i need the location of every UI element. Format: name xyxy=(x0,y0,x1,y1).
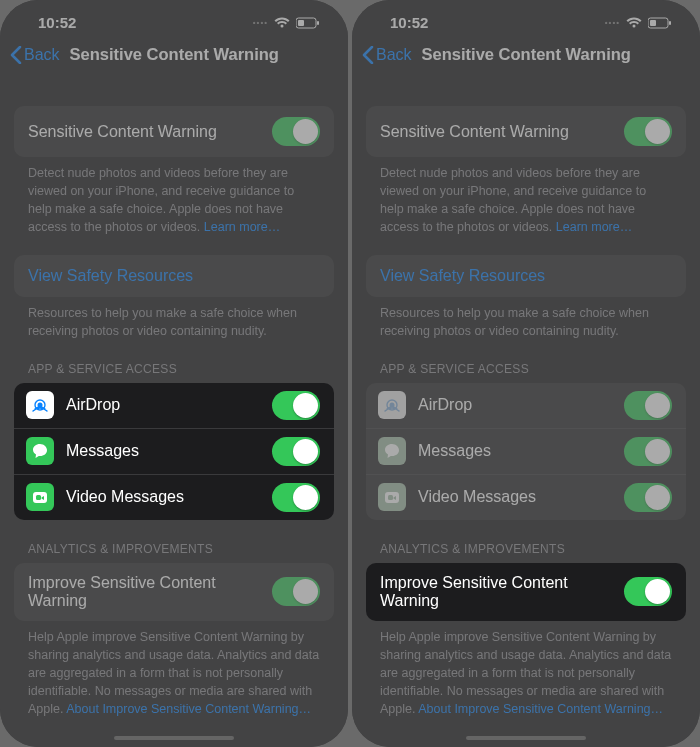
video-messages-toggle[interactable] xyxy=(624,483,672,512)
analytics-footer: Help Apple improve Sensitive Content War… xyxy=(14,621,334,719)
scw-toggle[interactable] xyxy=(272,117,320,146)
messages-label: Messages xyxy=(66,442,260,460)
scw-footer: Detect nude photos and videos before the… xyxy=(366,157,686,237)
analytics-header: ANALYTICS & IMPROVEMENTS xyxy=(14,520,334,563)
view-safety-resources[interactable]: View Safety Resources xyxy=(14,255,334,297)
airdrop-toggle[interactable] xyxy=(272,391,320,420)
row-messages[interactable]: Messages xyxy=(366,428,686,474)
home-indicator xyxy=(114,736,234,740)
back-label: Back xyxy=(24,46,60,64)
messages-label: Messages xyxy=(418,442,612,460)
scw-toggle[interactable] xyxy=(624,117,672,146)
screenshot-left: 10:52 •••• Back Sensitive Content Warnin… xyxy=(0,0,348,747)
scw-toggle-row[interactable]: Sensitive Content Warning xyxy=(366,106,686,157)
status-bar: 10:52 •••• xyxy=(352,0,700,37)
airdrop-icon xyxy=(378,391,406,419)
row-airdrop[interactable]: AirDrop xyxy=(14,383,334,428)
scw-toggle-label: Sensitive Content Warning xyxy=(380,123,569,141)
improve-scw-label: Improve Sensitive Content Warning xyxy=(380,574,624,610)
about-improve-link[interactable]: About Improve Sensitive Content Warning… xyxy=(418,702,663,716)
back-button[interactable]: Back xyxy=(10,46,60,64)
screenshot-right: 10:52 •••• Back Sensitive Content Warnin… xyxy=(352,0,700,747)
scw-toggle-row[interactable]: Sensitive Content Warning xyxy=(14,106,334,157)
svg-rect-1 xyxy=(298,20,304,26)
apps-header: APP & SERVICE ACCESS xyxy=(14,340,334,383)
improve-scw-toggle[interactable] xyxy=(272,577,320,606)
nav-bar: Back Sensitive Content Warning xyxy=(0,37,348,76)
status-time: 10:52 xyxy=(390,14,428,31)
row-video-messages[interactable]: Video Messages xyxy=(366,474,686,520)
video-messages-icon xyxy=(26,483,54,511)
apps-group: AirDrop Messages Video Messages xyxy=(366,383,686,520)
safety-footer: Resources to help you make a safe choice… xyxy=(14,297,334,340)
svg-rect-6 xyxy=(36,495,41,500)
svg-rect-9 xyxy=(669,21,671,25)
about-improve-link[interactable]: About Improve Sensitive Content Warning… xyxy=(66,702,311,716)
messages-toggle[interactable] xyxy=(272,437,320,466)
safety-footer: Resources to help you make a safe choice… xyxy=(366,297,686,340)
analytics-footer: Help Apple improve Sensitive Content War… xyxy=(366,621,686,719)
battery-icon xyxy=(648,17,672,29)
chevron-left-icon xyxy=(362,46,374,64)
cellular-dots: •••• xyxy=(253,18,268,27)
video-messages-label: Video Messages xyxy=(418,488,612,506)
improve-scw-label: Improve Sensitive Content Warning xyxy=(28,574,272,610)
analytics-header: ANALYTICS & IMPROVEMENTS xyxy=(366,520,686,563)
improve-scw-row[interactable]: Improve Sensitive Content Warning xyxy=(366,563,686,621)
battery-icon xyxy=(296,17,320,29)
svg-rect-2 xyxy=(317,21,319,25)
video-messages-toggle[interactable] xyxy=(272,483,320,512)
status-bar: 10:52 •••• xyxy=(0,0,348,37)
airdrop-icon xyxy=(26,391,54,419)
airdrop-label: AirDrop xyxy=(418,396,612,414)
messages-icon xyxy=(378,437,406,465)
row-airdrop[interactable]: AirDrop xyxy=(366,383,686,428)
nav-title: Sensitive Content Warning xyxy=(422,45,631,64)
status-time: 10:52 xyxy=(38,14,76,31)
airdrop-label: AirDrop xyxy=(66,396,260,414)
back-label: Back xyxy=(376,46,412,64)
row-messages[interactable]: Messages xyxy=(14,428,334,474)
learn-more-link[interactable]: Learn more… xyxy=(556,220,632,234)
home-indicator xyxy=(466,736,586,740)
apps-header: APP & SERVICE ACCESS xyxy=(366,340,686,383)
view-safety-resources[interactable]: View Safety Resources xyxy=(366,255,686,297)
improve-scw-toggle[interactable] xyxy=(624,577,672,606)
messages-icon xyxy=(26,437,54,465)
svg-rect-13 xyxy=(388,495,393,500)
learn-more-link[interactable]: Learn more… xyxy=(204,220,280,234)
wifi-icon xyxy=(626,17,642,29)
cellular-dots: •••• xyxy=(605,18,620,27)
airdrop-toggle[interactable] xyxy=(624,391,672,420)
messages-toggle[interactable] xyxy=(624,437,672,466)
video-messages-icon xyxy=(378,483,406,511)
scw-toggle-label: Sensitive Content Warning xyxy=(28,123,217,141)
scw-footer: Detect nude photos and videos before the… xyxy=(14,157,334,237)
svg-rect-8 xyxy=(650,20,656,26)
chevron-left-icon xyxy=(10,46,22,64)
nav-bar: Back Sensitive Content Warning xyxy=(352,37,700,76)
wifi-icon xyxy=(274,17,290,29)
back-button[interactable]: Back xyxy=(362,46,412,64)
nav-title: Sensitive Content Warning xyxy=(70,45,279,64)
apps-group: AirDrop Messages Video Messages xyxy=(14,383,334,520)
video-messages-label: Video Messages xyxy=(66,488,260,506)
row-video-messages[interactable]: Video Messages xyxy=(14,474,334,520)
improve-scw-row[interactable]: Improve Sensitive Content Warning xyxy=(14,563,334,621)
